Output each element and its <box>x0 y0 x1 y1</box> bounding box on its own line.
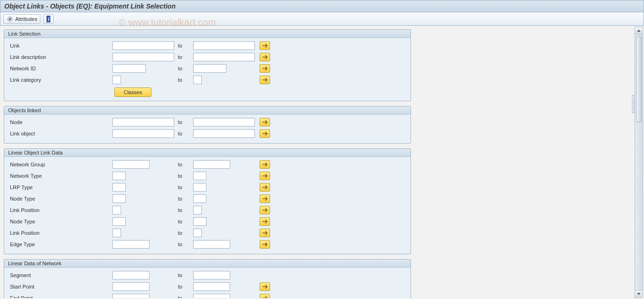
info-button[interactable]: i <box>43 14 54 24</box>
node-to[interactable] <box>193 118 255 126</box>
multiple-selection-button[interactable] <box>260 282 270 291</box>
classes-button[interactable]: Classes <box>114 87 151 97</box>
multiple-selection-button[interactable] <box>260 194 270 203</box>
segment-to[interactable] <box>193 271 230 280</box>
to-label: to <box>174 241 193 247</box>
link-pos2-to[interactable] <box>193 229 202 237</box>
link-desc-to[interactable] <box>193 53 255 61</box>
end-point-to[interactable] <box>193 294 230 298</box>
link-to[interactable] <box>193 41 255 50</box>
multiple-selection-button[interactable] <box>260 129 270 138</box>
scroll-up-button[interactable] <box>635 27 643 35</box>
link-pos2-from[interactable] <box>112 229 121 237</box>
label-link-object: Link object <box>8 131 112 136</box>
to-label: to <box>174 295 193 298</box>
multiple-selection-button[interactable] <box>260 240 270 249</box>
multiple-selection-button[interactable] <box>260 53 270 61</box>
group-objects-linked: Objects linked Node to Link object to <box>4 106 411 144</box>
link-object-to[interactable] <box>193 129 255 138</box>
lrp-type-to[interactable] <box>193 183 206 192</box>
svg-line-7 <box>8 20 9 21</box>
label-link-desc: Link description <box>8 54 112 60</box>
scroll-down-button[interactable] <box>635 290 643 298</box>
multiple-selection-button[interactable] <box>260 41 270 50</box>
svg-line-8 <box>11 17 12 18</box>
node-type2-from[interactable] <box>112 217 126 226</box>
to-label: to <box>174 66 193 71</box>
title-bar: Object Links - Objects (EQ): Equipment L… <box>0 0 644 12</box>
network-type-from[interactable] <box>112 172 126 180</box>
app-window: Object Links - Objects (EQ): Equipment L… <box>0 0 644 299</box>
node-type2-to[interactable] <box>193 217 206 226</box>
link-category-from[interactable] <box>112 76 121 84</box>
network-group-from[interactable] <box>112 160 149 169</box>
to-label: to <box>174 119 193 125</box>
network-id-from[interactable] <box>112 64 146 73</box>
label-node-type: Node Type <box>8 219 112 224</box>
to-label: to <box>174 207 193 213</box>
label-link-position: Link Position <box>8 207 112 213</box>
group-link-selection: Link Selection Link to Link description … <box>4 29 411 101</box>
to-label: to <box>174 162 193 167</box>
network-group-to[interactable] <box>193 160 230 169</box>
to-label: to <box>174 230 193 236</box>
vertical-scrollbar[interactable] <box>635 27 643 298</box>
multiple-selection-button[interactable] <box>260 217 270 226</box>
label-network-group: Network Group <box>8 162 112 167</box>
node-type1-to[interactable] <box>193 194 206 203</box>
multiple-selection-button[interactable] <box>260 76 270 84</box>
link-object-from[interactable] <box>112 129 174 138</box>
group-title: Objects linked <box>4 106 411 115</box>
scroll-thumb[interactable] <box>636 37 642 122</box>
node-from[interactable] <box>112 118 174 126</box>
link-pos1-from[interactable] <box>112 206 121 214</box>
link-pos1-to[interactable] <box>193 206 202 214</box>
label-link-category: Link category <box>8 77 112 83</box>
label-segment: Segment <box>8 272 112 278</box>
to-label: to <box>174 77 193 83</box>
multiple-selection-button[interactable] <box>260 294 270 298</box>
group-linear-link-data: Linear Object Link Data Network Group to… <box>4 148 411 254</box>
end-point-from[interactable] <box>112 294 149 298</box>
attributes-icon <box>7 16 13 22</box>
to-label: to <box>174 196 193 202</box>
multiple-selection-button[interactable] <box>260 229 270 237</box>
app-toolbar: Attributes i <box>0 12 644 26</box>
content-area: Link Selection Link to Link description … <box>1 27 633 298</box>
to-label: to <box>174 272 193 278</box>
to-label: to <box>174 43 193 48</box>
to-label: to <box>174 184 193 190</box>
form-scroll: Link Selection Link to Link description … <box>1 27 414 298</box>
edge-type-to[interactable] <box>193 240 230 249</box>
edge-type-from[interactable] <box>112 240 149 249</box>
label-network-type: Network Type <box>8 173 112 179</box>
link-category-to[interactable] <box>193 76 202 84</box>
label-link-position: Link Position <box>8 230 112 236</box>
segment-from[interactable] <box>112 271 149 280</box>
multiple-selection-button[interactable] <box>260 118 270 126</box>
start-point-from[interactable] <box>112 282 149 291</box>
label-end-point: End Point <box>8 295 112 298</box>
link-desc-from[interactable] <box>112 53 174 61</box>
multiple-selection-button[interactable] <box>260 172 270 180</box>
multiple-selection-button[interactable] <box>260 206 270 214</box>
label-node: Node <box>8 119 112 125</box>
label-edge-type: Edge Type <box>8 241 112 247</box>
network-id-to[interactable] <box>193 64 226 73</box>
label-link: Link <box>8 43 112 48</box>
link-from[interactable] <box>112 41 174 50</box>
node-type1-from[interactable] <box>112 194 126 203</box>
info-icon: i <box>47 16 50 22</box>
label-network-id: Network ID <box>8 66 112 71</box>
multiple-selection-button[interactable] <box>260 183 270 192</box>
lrp-type-from[interactable] <box>112 183 126 192</box>
attributes-button[interactable]: Attributes <box>3 14 40 24</box>
svg-line-6 <box>11 20 12 21</box>
start-point-to[interactable] <box>193 282 230 291</box>
multiple-selection-button[interactable] <box>260 64 270 73</box>
splitter-grip-icon[interactable] <box>632 95 635 114</box>
network-type-to[interactable] <box>193 172 206 180</box>
to-label: to <box>174 131 193 136</box>
multiple-selection-button[interactable] <box>260 160 270 169</box>
label-lrp-type: LRP Type <box>8 184 112 190</box>
